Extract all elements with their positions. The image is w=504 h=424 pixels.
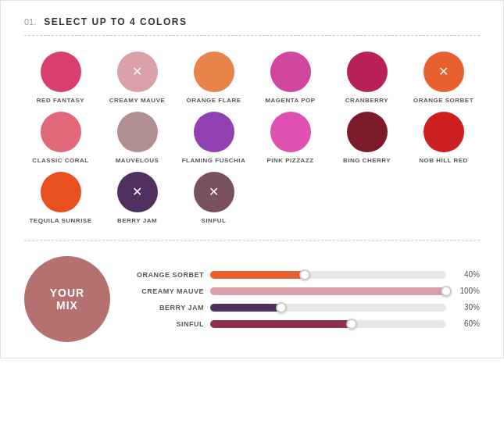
color-name: SINFUL bbox=[202, 217, 227, 224]
color-name: RED FANTASY bbox=[37, 97, 84, 104]
color-item[interactable]: FLAMING FUSCHIA bbox=[177, 112, 250, 164]
color-circle[interactable] bbox=[194, 52, 234, 92]
slider-row: CREAMY MAUVE100% bbox=[134, 287, 480, 295]
color-circle[interactable] bbox=[194, 112, 234, 152]
color-item[interactable]: MAUVELOUS bbox=[101, 112, 173, 164]
slider-fill bbox=[210, 320, 352, 328]
color-circle[interactable] bbox=[270, 112, 311, 152]
x-mark-icon: ✕ bbox=[132, 66, 142, 78]
color-item[interactable]: CLASSIC CORAL bbox=[24, 112, 97, 164]
slider-row: BERRY JAM30% bbox=[134, 303, 480, 312]
color-circle[interactable]: ✕ bbox=[194, 172, 234, 212]
color-name: MAUVELOUS bbox=[116, 157, 159, 164]
slider-label: BERRY JAM bbox=[134, 304, 204, 312]
color-name: NOB HILL RED bbox=[419, 157, 468, 164]
color-name: ORANGE FLARE bbox=[187, 97, 241, 104]
color-circle[interactable] bbox=[41, 52, 81, 92]
colors-grid: RED FANTASY✕CREAMY MAUVEORANGE FLAREMAGE… bbox=[24, 52, 480, 241]
slider-label: CREAMY MAUVE bbox=[134, 287, 204, 295]
color-circle[interactable] bbox=[424, 112, 464, 152]
color-circle[interactable]: ✕ bbox=[117, 52, 158, 92]
slider-track[interactable] bbox=[210, 271, 446, 279]
color-circle[interactable] bbox=[347, 112, 388, 152]
x-mark-icon: ✕ bbox=[132, 186, 142, 198]
color-item[interactable]: ✕BERRY JAM bbox=[101, 172, 173, 224]
mix-label-your: YOUR bbox=[50, 287, 84, 299]
color-name: ORANGE SORBET bbox=[413, 97, 474, 104]
section-header: 01. SELECT UP TO 4 COLORS bbox=[24, 16, 480, 36]
color-circle[interactable] bbox=[41, 112, 81, 152]
color-name: CRANBERRY bbox=[345, 97, 388, 104]
color-item[interactable]: CRANBERRY bbox=[331, 52, 403, 104]
slider-fill bbox=[210, 304, 281, 312]
color-item[interactable]: NOB HILL RED bbox=[407, 112, 480, 164]
slider-thumb[interactable] bbox=[276, 302, 287, 313]
color-circle[interactable] bbox=[41, 172, 81, 212]
color-name: CREAMY MAUVE bbox=[109, 97, 166, 104]
color-item[interactable]: ✕CREAMY MAUVE bbox=[101, 52, 173, 104]
slider-label: ORANGE SORBET bbox=[134, 271, 204, 279]
slider-fill bbox=[210, 271, 305, 279]
slider-fill bbox=[210, 287, 446, 295]
color-item[interactable]: ✕ORANGE SORBET bbox=[407, 52, 480, 104]
slider-percent: 60% bbox=[452, 319, 480, 328]
slider-percent: 100% bbox=[452, 287, 480, 295]
color-circle[interactable] bbox=[117, 112, 158, 152]
slider-track[interactable] bbox=[210, 287, 446, 295]
color-name: TEQUILA SUNRISE bbox=[29, 217, 91, 224]
slider-track[interactable] bbox=[210, 304, 446, 312]
sliders-section: ORANGE SORBET40%CREAMY MAUVE100%BERRY JA… bbox=[134, 270, 480, 328]
color-item[interactable]: TEQUILA SUNRISE bbox=[24, 172, 97, 224]
slider-row: ORANGE SORBET40% bbox=[134, 270, 480, 279]
color-name: BING CHERRY bbox=[343, 157, 391, 164]
color-item[interactable]: ORANGE FLARE bbox=[177, 52, 250, 104]
slider-thumb[interactable] bbox=[346, 319, 357, 330]
slider-label: SINFUL bbox=[134, 320, 204, 328]
color-name: CLASSIC CORAL bbox=[32, 157, 88, 164]
color-item[interactable]: MAGENTA POP bbox=[254, 52, 327, 104]
section-title: SELECT UP TO 4 COLORS bbox=[44, 16, 187, 27]
bottom-section: YOUR MIX ORANGE SORBET40%CREAMY MAUVE100… bbox=[24, 256, 480, 342]
x-mark-icon: ✕ bbox=[438, 66, 449, 78]
mix-circle: YOUR MIX bbox=[24, 256, 110, 342]
slider-percent: 30% bbox=[452, 303, 480, 312]
mix-label-mix: MIX bbox=[56, 299, 78, 312]
slider-thumb[interactable] bbox=[441, 286, 452, 297]
section-number: 01. bbox=[24, 17, 36, 27]
color-circle[interactable] bbox=[270, 52, 311, 92]
color-name: BERRY JAM bbox=[117, 217, 157, 224]
color-item[interactable]: PINK PIZZAZZ bbox=[254, 112, 327, 164]
color-circle[interactable]: ✕ bbox=[117, 172, 158, 212]
color-name: PINK PIZZAZZ bbox=[266, 157, 313, 164]
color-name: MAGENTA POP bbox=[265, 97, 315, 104]
color-circle[interactable] bbox=[347, 52, 388, 92]
color-name: FLAMING FUSCHIA bbox=[182, 157, 246, 164]
color-circle[interactable]: ✕ bbox=[424, 52, 464, 92]
slider-thumb[interactable] bbox=[299, 269, 310, 280]
main-container: 01. SELECT UP TO 4 COLORS RED FANTASY✕CR… bbox=[0, 0, 504, 358]
color-item[interactable]: ✕SINFUL bbox=[177, 172, 250, 224]
slider-track[interactable] bbox=[210, 320, 446, 328]
slider-percent: 40% bbox=[452, 270, 480, 279]
color-item[interactable]: BING CHERRY bbox=[331, 112, 403, 164]
color-item[interactable]: RED FANTASY bbox=[24, 52, 97, 104]
slider-row: SINFUL60% bbox=[134, 319, 480, 328]
x-mark-icon: ✕ bbox=[209, 186, 219, 198]
